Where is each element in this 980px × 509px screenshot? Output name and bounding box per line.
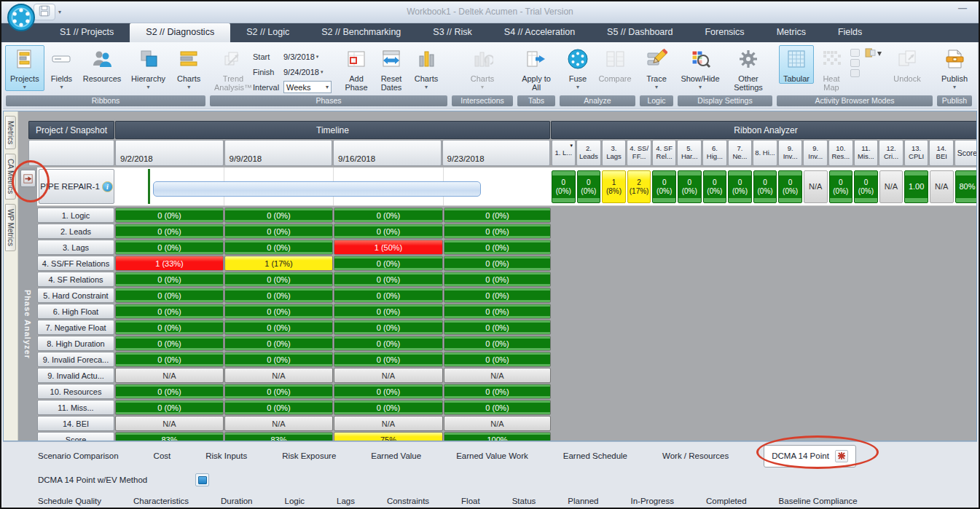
phase-value-cell[interactable]: 0 (0%) (224, 336, 333, 351)
phase-value-cell[interactable]: N/A (444, 416, 551, 431)
close-tab-button[interactable] (835, 450, 848, 462)
phase-value-cell[interactable]: 0 (0%) (444, 352, 551, 367)
ra-value-cell[interactable]: 0(0%) (728, 170, 752, 203)
tab-s2-diagnostics[interactable]: S2 // Diagnostics (130, 23, 230, 42)
side-tab-wp-metrics[interactable]: WP Metrics (5, 204, 16, 251)
ra-column-header-4-sf-rel[interactable]: 4. SF Rel... (652, 140, 677, 166)
tab-work-resources[interactable]: Work / Resources (662, 451, 729, 460)
ra-value-cell[interactable]: 0(0%) (678, 170, 702, 203)
phase-value-cell[interactable]: 0 (0%) (224, 208, 333, 223)
phase-value-cell[interactable]: 0 (0%) (444, 272, 551, 287)
phase-value-cell[interactable]: 0 (0%) (444, 240, 551, 255)
phase-value-cell[interactable]: 0 (0%) (115, 208, 224, 223)
timeline-date-cell[interactable]: 9/9/2018 (224, 140, 333, 166)
add-phase-button[interactable]: Add Phase (339, 45, 374, 93)
phase-value-cell[interactable]: N/A (224, 416, 333, 431)
trend-analysis-button[interactable]: Trend Analysis™ (213, 45, 253, 93)
tab-in-progress[interactable]: In-Progress (631, 497, 674, 505)
phase-value-cell[interactable]: N/A (115, 416, 224, 431)
phase-value-cell[interactable]: 0 (0%) (334, 288, 443, 303)
ra-value-cell[interactable]: 0(0%) (552, 170, 576, 203)
phase-value-cell[interactable]: 0 (0%) (444, 384, 551, 399)
ra-value-cell[interactable]: 80% (955, 170, 977, 203)
timeline-date-cell[interactable]: 9/2/2018 (115, 140, 224, 166)
phase-value-cell[interactable]: 0 (0%) (444, 224, 551, 239)
ra-value-cell[interactable]: N/A (930, 170, 954, 203)
phase-value-cell[interactable]: 0 (0%) (444, 320, 551, 335)
info-icon[interactable]: i (102, 181, 113, 192)
phase-row-label[interactable]: Score (37, 432, 114, 441)
ra-column-header-5-har[interactable]: 5. Har... (677, 140, 702, 166)
tab-logic[interactable]: Logic (284, 497, 305, 505)
tab-cost[interactable]: Cost (154, 451, 171, 460)
ra-column-header-4-ss-ff[interactable]: 4. SS/ FF... (627, 140, 651, 166)
ra-value-cell[interactable]: 2(17%) (627, 170, 651, 203)
ra-value-cell[interactable]: 0(0%) (778, 170, 802, 203)
phase-row-label[interactable]: 8. High Duration (37, 336, 114, 351)
phase-value-cell[interactable]: 1 (33%) (115, 256, 224, 271)
phase-row-label[interactable]: 7. Negative Float (37, 320, 114, 335)
phase-value-cell[interactable]: 0 (0%) (224, 304, 333, 319)
phase-row-label[interactable]: 2. Leads (37, 224, 114, 239)
phase-value-cell[interactable]: 0 (0%) (115, 304, 224, 319)
charts-ribbons-button[interactable]: Charts▾ (171, 45, 206, 91)
phase-value-cell[interactable]: 0 (0%) (224, 400, 333, 415)
tab-s1-projects[interactable]: S1 // Projects (44, 23, 130, 42)
phase-value-cell[interactable]: 0 (0%) (334, 224, 443, 239)
tab-baseline-compliance[interactable]: Baseline Compliance (779, 497, 858, 505)
phase-row-label[interactable]: 10. Resources (37, 384, 114, 399)
ra-value-cell[interactable]: N/A (804, 170, 828, 203)
ra-column-header-11-mis[interactable]: 11. Mis... (854, 140, 879, 166)
tab-planned[interactable]: Planned (568, 497, 598, 505)
ra-value-cell[interactable]: 0(0%) (577, 170, 601, 203)
fuse-button[interactable]: Fuse▾ (560, 45, 595, 91)
ra-column-header-2-leads[interactable]: 2. Leads (576, 140, 601, 166)
tab-fields[interactable]: Fields (822, 23, 878, 42)
reset-dates-button[interactable]: Reset Dates (374, 45, 409, 93)
phase-value-cell[interactable]: 0 (0%) (444, 208, 551, 223)
phase-value-cell[interactable]: N/A (334, 368, 443, 383)
tab-dcma-14-point[interactable]: DCMA 14 Point (764, 445, 856, 467)
tab-s2-benchmarking[interactable]: S2 // Benchmarking (305, 23, 417, 42)
phase-row-label[interactable]: 9. Invalid Actu... (37, 368, 114, 383)
tab-completed[interactable]: Completed (706, 497, 747, 505)
phase-value-cell[interactable]: 0 (0%) (115, 400, 224, 415)
fields-button[interactable]: Fields▾ (44, 45, 79, 91)
tab-schedule-quality[interactable]: Schedule Quality (38, 497, 101, 505)
phase-value-cell[interactable]: 0 (0%) (115, 352, 224, 367)
ra-value-cell[interactable]: N/A (879, 170, 903, 203)
ra-column-header-13-cpli[interactable]: 13. CPLI (904, 140, 929, 166)
tab-metrics[interactable]: Metrics (761, 23, 822, 42)
phase-value-cell[interactable]: 0 (0%) (334, 304, 443, 319)
timeline-date-cell[interactable]: 9/23/2018 (442, 140, 551, 166)
expand-project-button[interactable] (20, 170, 36, 187)
phase-value-cell[interactable]: 0 (0%) (224, 384, 333, 399)
phase-value-cell[interactable]: 1 (17%) (224, 256, 333, 271)
phase-row-label[interactable]: 14. BEI (37, 416, 114, 431)
apply-to-all-button[interactable]: Apply to All (517, 45, 556, 93)
phase-value-cell[interactable]: 0 (0%) (444, 256, 551, 271)
grid-options-mini-button[interactable]: ▾ (865, 45, 884, 60)
tab-forensics[interactable]: Forensics (689, 23, 760, 42)
phase-value-cell[interactable]: 0 (0%) (334, 272, 443, 287)
ra-value-cell[interactable]: 0(0%) (652, 170, 676, 203)
ra-value-cell[interactable]: 0(0%) (753, 170, 777, 203)
phase-value-cell[interactable]: 75% (334, 432, 443, 441)
compare-button[interactable]: Compare (595, 45, 635, 84)
projects-button[interactable]: Projects▾ (5, 45, 44, 91)
phase-value-cell[interactable]: N/A (224, 368, 333, 383)
tab-duration[interactable]: Duration (221, 497, 252, 505)
phase-value-cell[interactable]: 0 (0%) (334, 320, 443, 335)
phase-row-label[interactable]: 3. Lags (37, 240, 114, 255)
phase-value-cell[interactable]: 0 (0%) (115, 272, 224, 287)
window-layout-mini-buttons[interactable] (850, 45, 860, 77)
ra-column-header-6-hig[interactable]: 6. Hig... (702, 140, 727, 166)
phase-value-cell[interactable]: 0 (0%) (115, 224, 224, 239)
tab-float[interactable]: Float (461, 497, 480, 505)
ra-column-header-14-bei[interactable]: 14. BEI (929, 140, 954, 166)
project-name-cell[interactable]: PIPE REPAIR-1 i (39, 169, 114, 204)
charts-phases-button[interactable]: Charts▾ (409, 45, 444, 91)
phase-value-cell[interactable]: 0 (0%) (224, 320, 333, 335)
tab-scenario-comparison[interactable]: Scenario Comparison (38, 451, 119, 460)
hierarchy-button[interactable]: Hierarchy▾ (125, 45, 172, 91)
